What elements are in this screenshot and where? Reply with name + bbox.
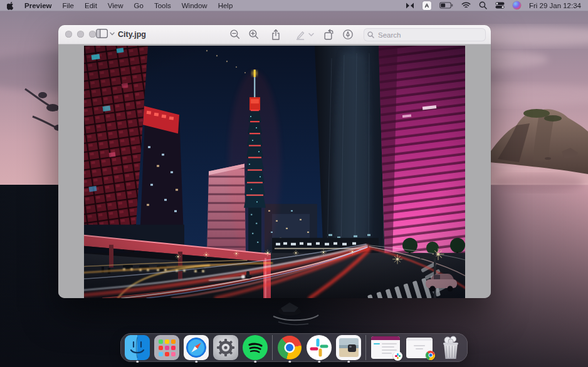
menu-item-window[interactable]: Window — [182, 2, 207, 9]
zoom-button[interactable] — [89, 31, 96, 38]
window-titlebar[interactable]: City.jpg — [58, 25, 491, 44]
running-indicator — [318, 361, 320, 363]
menu-item-preview[interactable]: Preview — [24, 2, 51, 9]
window-snap-icon[interactable] — [406, 2, 414, 9]
zoom-in-button[interactable] — [248, 29, 260, 40]
markup-pen-icon — [295, 29, 305, 40]
rotate-left-icon — [323, 29, 335, 41]
running-indicator — [195, 361, 197, 363]
safari-icon — [184, 335, 209, 360]
apple-menu-icon[interactable] — [7, 1, 14, 10]
chevron-down-icon — [308, 33, 314, 37]
rotate-left-button[interactable] — [322, 29, 335, 40]
spotify-icon — [243, 335, 268, 360]
markup-pen-button[interactable] — [293, 29, 306, 40]
slack-icon — [307, 335, 332, 360]
search-input[interactable] — [377, 31, 482, 39]
sidebar-toggle-button[interactable] — [96, 29, 115, 38]
markup-toolbar-icon — [342, 29, 354, 40]
window-title: City.jpg — [118, 30, 146, 39]
dock-divider — [272, 335, 273, 360]
dock-divider — [365, 335, 366, 360]
minimize-button[interactable] — [77, 31, 84, 38]
dock-minimized-chrome-window[interactable] — [405, 335, 434, 360]
dock-spotify[interactable] — [243, 335, 268, 360]
dock-preview[interactable] — [336, 335, 361, 360]
zoom-out-button[interactable] — [229, 29, 241, 40]
running-indicator — [288, 361, 291, 363]
menu-item-edit[interactable]: Edit — [85, 2, 97, 9]
dock — [120, 333, 468, 362]
running-indicator — [136, 361, 139, 363]
gear-icon — [213, 335, 238, 360]
zoom-out-icon — [229, 29, 241, 40]
chrome-badge-icon — [426, 351, 435, 360]
wifi-icon[interactable] — [461, 2, 471, 9]
city-photo — [84, 46, 465, 298]
finder-icon — [125, 335, 150, 360]
minimized-chrome-window-thumbnail — [406, 338, 433, 358]
zoom-in-icon — [248, 29, 260, 40]
preview-window: City.jpg — [58, 25, 491, 298]
dock-chrome[interactable] — [277, 335, 302, 360]
dock-launchpad[interactable] — [154, 335, 179, 360]
preview-app-icon — [336, 335, 361, 360]
input-source-icon[interactable]: A — [423, 1, 431, 10]
dock-system-preferences[interactable] — [213, 335, 238, 360]
minimized-slack-window-thumbnail — [371, 336, 400, 359]
sidebar-icon — [96, 29, 108, 38]
running-indicator — [254, 361, 256, 363]
menu-item-file[interactable]: File — [62, 2, 74, 9]
chevron-down-icon — [110, 32, 115, 36]
slack-badge-icon — [393, 351, 402, 361]
menu-bar-clock[interactable]: Fri 29 Jan 12:34 — [529, 2, 581, 9]
share-icon — [270, 29, 281, 41]
share-button[interactable] — [270, 29, 282, 40]
chrome-icon — [278, 336, 302, 359]
trash-full-icon — [439, 334, 463, 361]
dock-safari[interactable] — [184, 335, 209, 360]
launchpad-icon — [154, 335, 179, 360]
markup-toolbar-button[interactable] — [342, 29, 354, 40]
battery-icon[interactable] — [439, 2, 453, 9]
spotlight-icon[interactable] — [479, 1, 487, 9]
dock-slack[interactable] — [307, 335, 332, 360]
menu-item-help[interactable]: Help — [218, 2, 233, 9]
menu-item-tools[interactable]: Tools — [154, 2, 171, 9]
dock-finder[interactable] — [125, 335, 150, 360]
running-indicator — [347, 361, 350, 363]
control-center-icon[interactable] — [495, 2, 505, 9]
dock-minimized-slack-window[interactable] — [370, 335, 401, 360]
menu-item-go[interactable]: Go — [134, 2, 144, 9]
dock-trash[interactable] — [438, 335, 463, 360]
menu-item-view[interactable]: View — [108, 2, 123, 9]
toolbar-search-field[interactable] — [364, 28, 486, 41]
menu-bar: Preview File Edit View Go Tools Window H… — [0, 0, 588, 11]
siri-icon[interactable] — [513, 1, 521, 9]
window-content — [58, 44, 491, 298]
search-icon — [367, 31, 374, 38]
close-button[interactable] — [65, 31, 72, 38]
markup-chevron-button[interactable] — [307, 29, 315, 40]
